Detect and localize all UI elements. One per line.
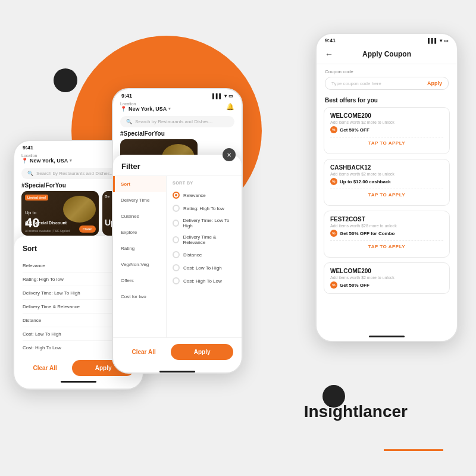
coupon-offer-1: % Up to $12.00 cashback [330, 178, 443, 185]
chevron-icon-mid: ▾ [168, 107, 171, 111]
clear-all-btn-mid[interactable]: Clear All [121, 344, 166, 360]
filter-radio-rating[interactable] [173, 205, 180, 212]
coupon-desc-1: Add items worth $2 more to unlock [330, 172, 443, 176]
bg-dot-top [54, 68, 77, 92]
chevron-icon: ▾ [70, 158, 72, 163]
filter-cat-delivery[interactable]: Delivery Time [113, 192, 166, 208]
tap-apply-btn-0[interactable]: TAP TO APPLY [330, 137, 443, 149]
status-bar-mid: 9:41 ▌▌▌ ▾ ▭ [113, 89, 242, 100]
filter-radio-cost-hl[interactable] [173, 277, 180, 284]
filter-cat-offers[interactable]: Offers [113, 273, 166, 289]
close-btn-mid[interactable]: ✕ [223, 148, 236, 161]
brand-underline [384, 449, 443, 451]
status-icons-mid: ▌▌▌ ▾ ▭ [212, 93, 233, 99]
home-indicator-mid [159, 371, 195, 372]
all-rest-left: All restros available | T&C Applied [25, 229, 70, 233]
coupon-inline-apply[interactable]: Apply [427, 80, 442, 86]
filter-modal: ✕ Filter Sort Delivery Time Cuisines Exp… [113, 155, 242, 372]
claim-btn-left[interactable]: Claim [79, 226, 96, 233]
coupon-card-3: WELCOME200 Add items worth $2 more to un… [324, 262, 450, 294]
offer-icon-3: % [330, 281, 337, 289]
filter-radio-distance[interactable] [173, 251, 180, 258]
filter-footer: Clear All Apply [113, 337, 242, 366]
filter-cat-rating[interactable]: Rating [113, 240, 166, 256]
food-image-left [63, 196, 96, 223]
phone-filter: 9:41 ▌▌▌ ▾ ▭ Location 📍 New York, USA ▾ … [112, 88, 243, 374]
apply-btn-mid[interactable]: Apply [171, 344, 233, 360]
filter-cat-cost[interactable]: Cost for two [113, 289, 166, 305]
back-arrow-btn[interactable]: ← [325, 49, 333, 59]
filter-sort-by-label: SORT BY [173, 181, 236, 185]
coupon-offer-0: % Get 50% OFF [330, 126, 443, 133]
filter-radio-relevance[interactable] [173, 192, 180, 199]
filter-opt-delivery-relevance[interactable]: Delivery Time & Relevance [173, 231, 236, 248]
coupon-desc-3: Add items worth $2 more to unlock [330, 275, 443, 280]
coupon-list: WELCOME200 Add items worth $2 more to un… [317, 107, 457, 331]
filter-opt-relevance[interactable]: Relevance [173, 189, 236, 202]
coupon-code-1: CASHBACK12 [330, 164, 443, 171]
tap-apply-btn-1[interactable]: TAP TO APPLY [330, 189, 443, 201]
battery-icon-right: ▭ [444, 38, 449, 43]
coupon-card-1: CASHBACK12 Add items worth $2 more to un… [324, 159, 450, 206]
coupon-code-label: Coupon code [325, 69, 449, 74]
coupon-card-2: FEST2COST Add items worth $28 more to un… [324, 211, 450, 258]
coupon-desc-0: Add items worth $2 more to unlock [330, 120, 443, 124]
offer-icon-0: % [330, 126, 337, 133]
filter-opt-distance[interactable]: Distance [173, 248, 236, 261]
coupon-code-0: WELCOME200 [330, 112, 443, 119]
brand-name: Insightlancer [304, 402, 408, 421]
signal-icon-right: ▌▌▌ [428, 38, 438, 43]
pin-icon: 📍 [21, 158, 28, 164]
filter-opt-rating[interactable]: Rating: High To low [173, 202, 236, 215]
search-icon-left: 🔍 [27, 171, 33, 176]
filter-modal-title: Filter [113, 155, 242, 176]
search-icon-mid: 🔍 [126, 119, 132, 124]
status-time-mid: 9:41 [121, 93, 132, 99]
filter-radio-cost-lh[interactable] [173, 264, 180, 271]
phone-coupon: 9:41 ▌▌▌ ▾ ▭ ← Apply Coupon Coupon code … [315, 33, 458, 342]
filter-opt-delivery-low-high[interactable]: Delivery Time: Low To High [173, 215, 236, 231]
filter-radio-delivery-lh[interactable] [173, 220, 179, 227]
pin-icon-mid: 📍 [120, 106, 127, 112]
wifi-icon-right: ▾ [440, 38, 442, 43]
filter-opt-cost-lh[interactable]: Cost: Low To High [173, 261, 236, 274]
search-bar-mid[interactable]: 🔍 Search by Restaurants and Dishes... [120, 116, 234, 127]
filter-cat-explore[interactable]: Explore [113, 224, 166, 240]
location-label-mid: Location [120, 102, 171, 106]
location-value-mid: 📍 New York, USA ▾ [120, 106, 171, 112]
status-time-left: 9:41 [23, 145, 33, 151]
banner-num-left: Up to 40 [25, 203, 39, 230]
coupon-input-row[interactable]: Type coupon code here Apply [325, 77, 449, 90]
status-bar-right: 9:41 ▌▌▌ ▾ ▭ [317, 34, 457, 45]
home-indicator-left [61, 381, 96, 383]
offer-icon-2: % [330, 230, 337, 237]
filter-category-list: Sort Delivery Time Cuisines Explore Rati… [113, 176, 167, 337]
battery-icon-mid: ▭ [228, 93, 233, 99]
filter-opt-cost-hl[interactable]: Cost: High To Low [173, 274, 236, 287]
coupon-card-0: WELCOME200 Add items worth $2 more to un… [324, 107, 450, 154]
tap-apply-btn-2[interactable]: TAP TO APPLY [330, 240, 443, 252]
location-value-left: 📍 New York, USA ▾ [21, 158, 72, 164]
location-label-left: Location [21, 154, 72, 158]
clear-all-btn-left[interactable]: Clear All [23, 360, 67, 376]
coupon-screen-title: Apply Coupon [338, 50, 436, 58]
offer-icon-1: % [330, 178, 337, 185]
coupon-input-placeholder: Type coupon code here [331, 81, 424, 86]
coupon-input-section: Coupon code Type coupon code here Apply [317, 64, 457, 95]
filter-cat-sort[interactable]: Sort [113, 176, 166, 192]
coupon-desc-2: Add items worth $28 more to unlock [330, 224, 443, 228]
coupon-offer-2: % Get 50% OFF for Combo [330, 230, 443, 237]
bell-icon-mid[interactable]: 🔔 [226, 103, 234, 111]
status-time-right: 9:41 [325, 37, 336, 43]
filter-options-panel: SORT BY Relevance Rating: High To low De… [167, 176, 242, 337]
status-icons-right: ▌▌▌ ▾ ▭ [428, 38, 449, 43]
coupon-code-3: WELCOME200 [330, 268, 443, 274]
filter-cat-cuisines[interactable]: Cuisines [113, 208, 166, 224]
wifi-icon-mid: ▾ [224, 93, 227, 99]
home-indicator-right [369, 336, 405, 337]
banner-card-left: Limited time! Get Special Discount Up to… [21, 191, 99, 236]
best-offers-title: Best offers for you [317, 95, 457, 107]
filter-cat-vegnonveg[interactable]: Veg/Non-Veg [113, 256, 166, 273]
banner-badge-left: Limited time! [25, 195, 48, 201]
filter-radio-delivery-rel[interactable] [173, 236, 179, 243]
